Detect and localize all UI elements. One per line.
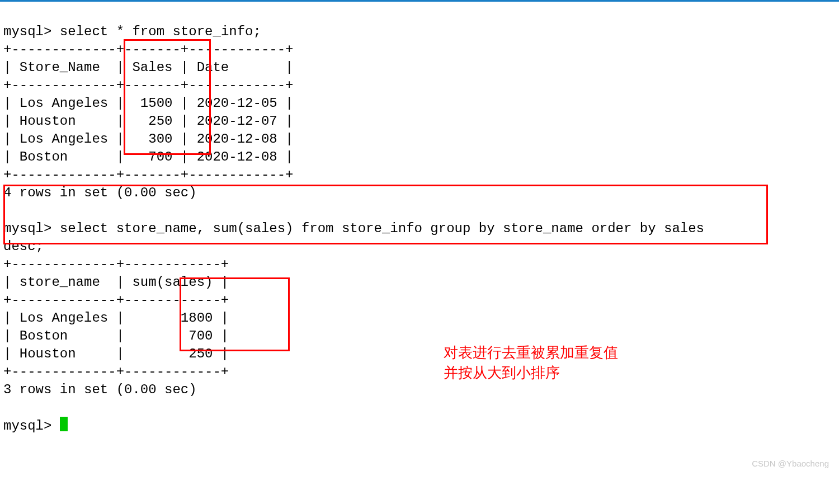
blank-2 [3, 400, 11, 415]
cursor-block[interactable] [60, 417, 68, 431]
watermark: CSDN @Ybaocheng [752, 455, 829, 473]
highlight-sales-column [124, 39, 211, 155]
window-top-border [0, 0, 839, 2]
highlight-sum-column [180, 277, 290, 351]
prompt-1: mysql> select * from store_info; [3, 24, 261, 39]
table2-border-top: +-------------+------------+ [3, 257, 229, 272]
result-2: 3 rows in set (0.00 sec) [3, 382, 197, 397]
prompt-3: mysql> [3, 418, 68, 434]
annotation-text: 对表进行去重被累加重复值 并按从大到小排序 [444, 342, 618, 383]
table1-border-bot: +-------------+-------+------------+ [3, 167, 293, 182]
table2-border-bot: +-------------+------------+ [3, 364, 229, 379]
highlight-query-2 [3, 185, 768, 244]
